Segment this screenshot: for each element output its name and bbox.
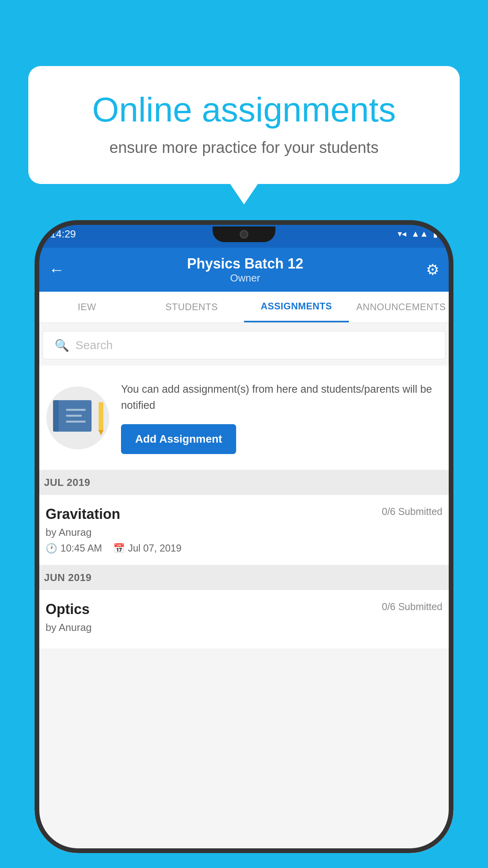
assignment-submitted-gravitation: 0/6 Submitted	[382, 506, 442, 517]
settings-button[interactable]: ⚙	[426, 261, 439, 278]
speech-bubble-subtitle: ensure more practice for your students	[60, 139, 428, 156]
search-icon: 🔍	[55, 338, 69, 352]
section-header-jul: JUL 2019	[35, 470, 453, 495]
speech-bubble-card: Online assignments ensure more practice …	[28, 66, 460, 184]
header-subtitle: Owner	[187, 272, 303, 284]
app-header: ← Physics Batch 12 Owner ⚙	[35, 248, 453, 292]
notch	[213, 226, 275, 242]
empty-state-description: You can add assignment(s) from here and …	[121, 381, 442, 413]
empty-state-text: You can add assignment(s) from here and …	[121, 381, 442, 454]
assignment-name-gravitation: Gravitation	[46, 506, 120, 522]
content-area: 🔍 Search	[35, 323, 453, 853]
assignment-item-optics[interactable]: Optics 0/6 Submitted by Anurag	[35, 590, 453, 649]
tab-students[interactable]: STUDENTS	[139, 292, 244, 322]
tab-iew[interactable]: IEW	[35, 292, 139, 322]
assignment-name-optics: Optics	[46, 601, 90, 618]
search-placeholder: Search	[75, 338, 113, 352]
camera	[240, 230, 248, 239]
header-title: Physics Batch 12	[187, 256, 303, 272]
assignment-item-gravitation[interactable]: Gravitation 0/6 Submitted by Anurag 🕐 10…	[35, 495, 453, 565]
clock-icon: 🕐	[46, 543, 57, 554]
assignment-time: 🕐 10:45 AM	[46, 542, 102, 554]
signal-icon: ▲▲	[411, 229, 428, 239]
wifi-icon: ▾◂	[398, 229, 406, 239]
search-bar[interactable]: 🔍 Search	[42, 331, 446, 359]
assignment-row-top-optics: Optics 0/6 Submitted	[46, 601, 442, 618]
assignment-illustration	[46, 386, 109, 449]
battery-icon: ▮	[433, 229, 438, 239]
assignment-date: 📅 Jul 07, 2019	[113, 542, 182, 554]
notebook-icon	[56, 400, 92, 432]
speech-bubble-title: Online assignments	[60, 90, 428, 129]
phone-frame: 14:29 ▾◂ ▲▲ ▮ ← Physics Batch 12 Owner ⚙…	[35, 220, 453, 853]
assignment-submitted-optics: 0/6 Submitted	[382, 601, 442, 612]
status-icons: ▾◂ ▲▲ ▮	[398, 229, 438, 239]
calendar-icon: 📅	[113, 543, 125, 554]
assignment-meta-gravitation: 🕐 10:45 AM 📅 Jul 07, 2019	[46, 542, 442, 554]
add-assignment-button[interactable]: Add Assignment	[121, 424, 236, 454]
assignment-time-value: 10:45 AM	[61, 542, 102, 554]
status-time: 14:29	[50, 228, 76, 240]
header-center: Physics Batch 12 Owner	[187, 256, 303, 284]
assignment-author-optics: by Anurag	[46, 622, 442, 634]
tab-bar: IEW STUDENTS ASSIGNMENTS ANNOUNCEMENTS	[35, 292, 453, 323]
assignment-row-top: Gravitation 0/6 Submitted	[46, 506, 442, 522]
tab-announcements[interactable]: ANNOUNCEMENTS	[349, 292, 454, 322]
assignment-author-gravitation: by Anurag	[46, 526, 442, 539]
section-header-jun: JUN 2019	[35, 565, 453, 590]
assignment-date-value: Jul 07, 2019	[128, 542, 182, 554]
empty-state-card: You can add assignment(s) from here and …	[35, 366, 453, 470]
back-button[interactable]: ←	[49, 261, 64, 279]
tab-assignments[interactable]: ASSIGNMENTS	[244, 292, 349, 322]
